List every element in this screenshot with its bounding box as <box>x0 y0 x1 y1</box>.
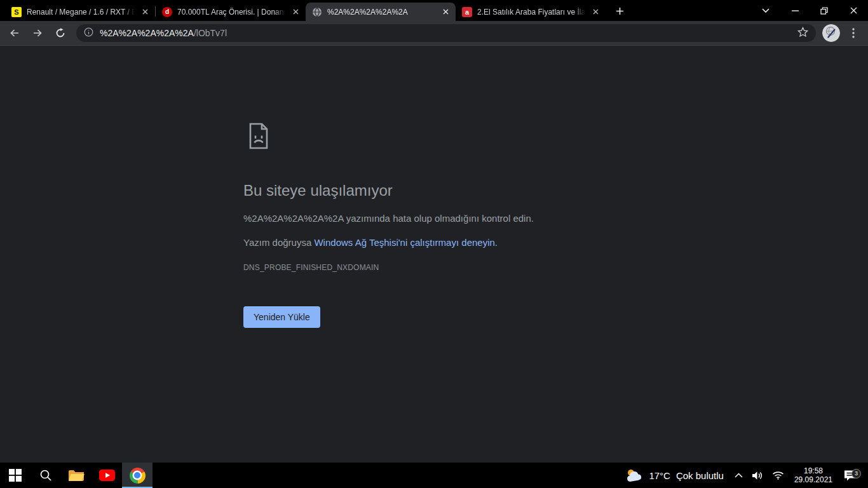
sahibinden-favicon-icon: S <box>11 7 22 17</box>
file-explorer-button[interactable] <box>61 463 92 488</box>
window-controls <box>751 0 868 21</box>
weather-condition-label: Çok bulutlu <box>676 470 724 481</box>
tab-close-icon[interactable] <box>590 7 600 17</box>
youtube-button[interactable] <box>92 463 122 488</box>
profile-avatar[interactable] <box>822 24 840 42</box>
notification-count-badge: 3 <box>851 469 861 478</box>
temperature-label: 17°C <box>649 470 670 481</box>
windows-logo-icon <box>9 469 22 482</box>
page-info-icon[interactable] <box>84 27 93 39</box>
network-diagnostics-link[interactable]: Windows Ağ Teşhisi'ni çalıştırmayı deney… <box>314 237 498 248</box>
address-bar[interactable]: %2A%2A%2A%2A%2A/lObTv7l <box>76 24 816 42</box>
tab-close-icon[interactable] <box>290 7 301 17</box>
tray-overflow-chevron-icon[interactable] <box>730 473 747 478</box>
search-icon <box>39 469 52 482</box>
reload-icon[interactable] <box>51 24 70 43</box>
new-tab-button[interactable] <box>611 2 628 20</box>
error-message-prefix: Yazım doğruysa <box>243 237 314 248</box>
menu-kebab-icon[interactable] <box>844 24 863 43</box>
error-page: Bu siteye ulaşılamıyor %2A%2A%2A%2A%2A y… <box>0 46 868 463</box>
close-window-button[interactable] <box>839 0 868 21</box>
tab-title: 2.El Satılık Araba Fiyatları ve İlanla <box>477 8 585 17</box>
tab-arabam[interactable]: a 2.El Satılık Araba Fiyatları ve İlanla <box>456 3 606 21</box>
forward-icon[interactable] <box>28 24 47 43</box>
reload-button[interactable]: Yeniden Yükle <box>243 306 320 328</box>
wifi-icon[interactable] <box>768 471 789 480</box>
volume-icon[interactable] <box>747 471 768 480</box>
chrome-logo-icon <box>130 468 146 484</box>
bookmark-star-icon[interactable] <box>797 27 808 40</box>
date-label: 29.09.2021 <box>794 475 832 484</box>
tab-close-icon[interactable] <box>440 7 451 17</box>
error-title: Bu siteye ulaşılamıyor <box>243 182 625 200</box>
tab-donanimhaber[interactable]: d 70.000TL Araç Önerisi. | DonanımHa <box>156 3 306 21</box>
tab-search-chevron-icon[interactable] <box>751 0 780 21</box>
windows-taskbar: 17°C Çok bulutlu 19:58 <box>0 463 868 488</box>
error-message-line1: %2A%2A%2A%2A%2A yazımında hata olup olma… <box>243 213 625 224</box>
taskbar-search-button[interactable] <box>31 463 61 488</box>
tab-close-icon[interactable] <box>140 7 150 17</box>
weather-widget[interactable]: 17°C Çok bulutlu <box>620 468 730 482</box>
back-icon[interactable] <box>5 24 24 43</box>
browser-window: S Renault / Megane / 1.6 / RXT / Bl d 70… <box>0 0 868 488</box>
url-text[interactable]: %2A%2A%2A%2A%2A/lObTv7l <box>100 28 791 38</box>
restore-button[interactable] <box>810 0 839 21</box>
taskbar-clock[interactable]: 19:58 29.09.2021 <box>789 466 838 484</box>
tab-strip: S Renault / Megane / 1.6 / RXT / Bl d 70… <box>0 0 868 21</box>
tab-title: Renault / Megane / 1.6 / RXT / Bl <box>27 8 135 17</box>
arabam-favicon-icon: a <box>462 7 472 17</box>
system-tray: 17°C Çok bulutlu 19:58 <box>620 463 868 488</box>
sad-file-icon <box>243 121 274 151</box>
folder-icon <box>68 469 85 482</box>
youtube-icon <box>99 470 115 481</box>
cloudy-weather-icon <box>626 468 643 482</box>
url-path: /lObTv7l <box>194 28 227 38</box>
error-code: DNS_PROBE_FINISHED_NXDOMAIN <box>243 263 625 272</box>
action-center-button[interactable]: 3 <box>838 470 865 482</box>
browser-toolbar: %2A%2A%2A%2A%2A/lObTv7l <box>0 21 868 46</box>
minimize-button[interactable] <box>780 0 810 21</box>
error-message-line2: Yazım doğruysa Windows Ağ Teşhisi'ni çal… <box>243 237 625 248</box>
globe-favicon-icon <box>312 7 322 17</box>
tab-title: 70.000TL Araç Önerisi. | DonanımHa <box>177 8 285 17</box>
start-button[interactable] <box>0 463 31 488</box>
url-host: %2A%2A%2A%2A%2A <box>100 28 194 38</box>
tab-title: %2A%2A%2A%2A%2A <box>327 8 435 17</box>
tab-sahibinden[interactable]: S Renault / Megane / 1.6 / RXT / Bl <box>5 3 155 21</box>
chrome-taskbar-button[interactable] <box>122 463 153 488</box>
donanimhaber-favicon-icon: d <box>162 7 172 17</box>
tab-error-page-active[interactable]: %2A%2A%2A%2A%2A <box>306 3 456 21</box>
time-label: 19:58 <box>804 466 823 475</box>
error-content: Bu siteye ulaşılamıyor %2A%2A%2A%2A%2A y… <box>243 121 625 328</box>
